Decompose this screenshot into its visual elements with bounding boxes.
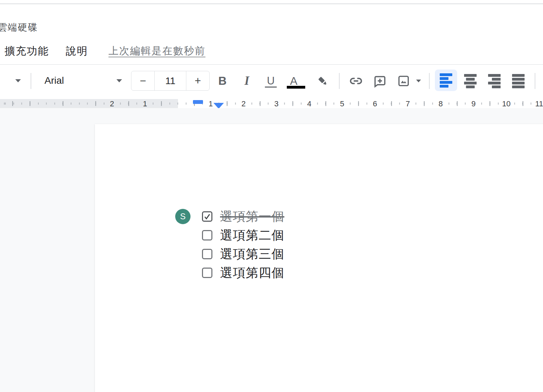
window-top-border bbox=[0, 3, 543, 4]
toolbar-divider bbox=[31, 73, 31, 89]
checklist-item-text[interactable]: 選項第三個 bbox=[220, 246, 284, 263]
document-canvas: S 選項第一個 選項第二個 選項第三個 選項第四個 bbox=[0, 108, 543, 392]
align-justify-button[interactable] bbox=[512, 74, 525, 88]
checkbox-unchecked[interactable] bbox=[202, 230, 212, 240]
bold-button[interactable]: B bbox=[215, 73, 230, 89]
checklist-item: 選項第三個 bbox=[202, 245, 284, 263]
ruler-number: 7 bbox=[404, 99, 412, 108]
checklist-item-text[interactable]: 選項第一個 bbox=[220, 208, 284, 225]
menu-item-help[interactable]: 說明 bbox=[66, 44, 88, 58]
last-edit-status-link[interactable]: 上次編輯是在數秒前 bbox=[108, 44, 205, 58]
increase-font-size-button[interactable]: + bbox=[186, 71, 209, 90]
google-docs-window: { "header": { "drive_label": "雲端硬碟", "me… bbox=[0, 0, 543, 392]
font-size-value[interactable]: 11 bbox=[154, 71, 186, 90]
underline-button[interactable]: U bbox=[263, 73, 278, 89]
align-center-button[interactable] bbox=[464, 74, 477, 88]
toolbar-divider bbox=[535, 73, 535, 89]
decrease-font-size-button[interactable]: − bbox=[131, 71, 154, 90]
toolbar-overflow-caret-icon[interactable] bbox=[15, 79, 21, 82]
image-dropdown-caret-icon[interactable] bbox=[416, 80, 421, 82]
checkbox-unchecked[interactable] bbox=[202, 268, 212, 278]
align-center-icon bbox=[464, 74, 477, 88]
ruler-number: 8 bbox=[437, 99, 444, 108]
add-comment-icon bbox=[372, 74, 387, 88]
ruler-number: 1 bbox=[141, 99, 149, 108]
align-right-button[interactable] bbox=[488, 74, 501, 88]
ruler-number: 2 bbox=[240, 99, 247, 108]
align-left-button[interactable] bbox=[435, 70, 457, 91]
document-page[interactable]: S 選項第一個 選項第二個 選項第三個 選項第四個 bbox=[95, 124, 543, 392]
ruler-number: 6 bbox=[371, 99, 379, 108]
ruler-half-ticks bbox=[0, 101, 543, 106]
checklist-item-text[interactable]: 選項第四個 bbox=[220, 264, 284, 281]
ruler[interactable]: 2 1 1 2 3 4 5 6 7 8 9 10 11 bbox=[0, 99, 543, 108]
menu-item-extensions[interactable]: 擴充功能 bbox=[5, 44, 49, 58]
checklist-item: 選項第二個 bbox=[202, 226, 284, 245]
italic-button[interactable]: I bbox=[239, 73, 254, 89]
ruler-number: 9 bbox=[470, 99, 477, 108]
first-line-indent-marker[interactable] bbox=[193, 100, 203, 104]
checkbox-unchecked[interactable] bbox=[202, 249, 212, 259]
text-color-button[interactable]: A bbox=[286, 73, 301, 89]
highlight-color-button[interactable] bbox=[316, 74, 331, 89]
checkmark-icon bbox=[204, 213, 211, 220]
insert-image-icon bbox=[397, 74, 411, 88]
link-icon bbox=[348, 73, 364, 89]
ruler-number: 3 bbox=[273, 99, 280, 108]
ruler-number: 4 bbox=[305, 99, 313, 108]
checkbox-checked[interactable] bbox=[202, 211, 212, 222]
font-family-select[interactable]: Arial bbox=[44, 75, 64, 86]
ruler-number: 5 bbox=[338, 99, 346, 108]
checklist-item: 選項第一個 bbox=[202, 207, 284, 226]
toolbar-divider bbox=[429, 73, 430, 89]
highlighter-icon bbox=[316, 75, 330, 89]
saved-to-drive-label: 雲端硬碟 bbox=[0, 21, 38, 34]
ruler-number: 11 bbox=[534, 99, 543, 108]
align-left-icon bbox=[440, 73, 452, 88]
collaborator-presence-avatar: S bbox=[175, 209, 191, 224]
ruler-number: 2 bbox=[108, 99, 116, 108]
ruler-number: 10 bbox=[500, 99, 512, 108]
insert-image-button[interactable] bbox=[396, 73, 411, 89]
checklist-item-text[interactable]: 選項第二個 bbox=[220, 227, 284, 244]
align-justify-icon bbox=[512, 74, 525, 88]
toolbar: Arial − 11 + B I U A bbox=[0, 65, 543, 99]
insert-link-button[interactable] bbox=[348, 73, 364, 89]
add-comment-button[interactable] bbox=[372, 73, 387, 89]
toolbar-divider bbox=[339, 73, 340, 89]
font-size-control: − 11 + bbox=[131, 71, 210, 91]
align-right-icon bbox=[488, 74, 501, 88]
checklist-item: 選項第四個 bbox=[202, 263, 284, 282]
font-dropdown-caret-icon[interactable] bbox=[116, 79, 122, 82]
